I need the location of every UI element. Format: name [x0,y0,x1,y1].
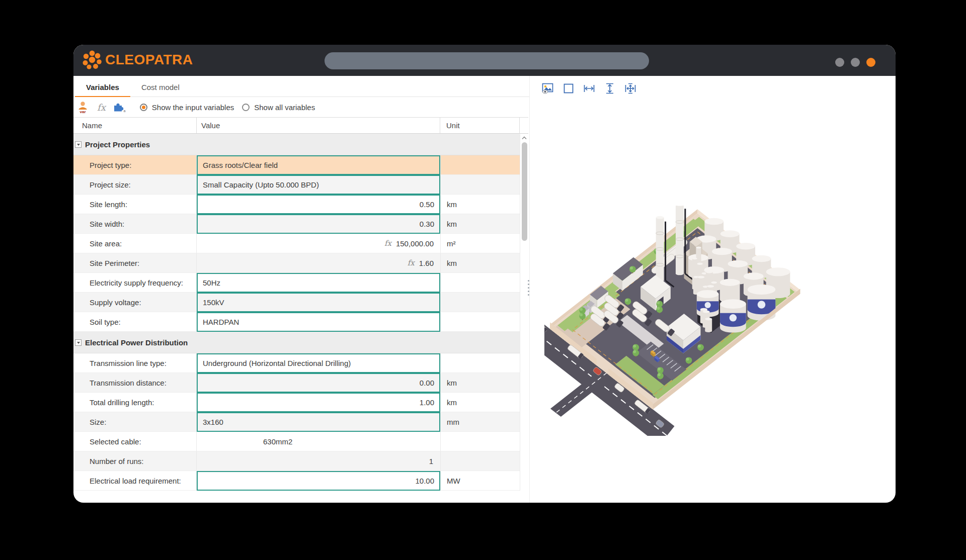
collapse-icon[interactable] [75,339,82,346]
formula-fx-icon[interactable]: fx [97,102,106,113]
value-input[interactable]: 50Hz [197,273,440,293]
table-row: Selected cable:630mm2 [73,432,520,451]
section-row: Electrical Power Distribution [73,332,520,353]
row-value-cell: Underground (Horizontal Directional Dril… [197,353,440,372]
unit-cell [440,432,520,451]
section-label: Electrical Power Distribution [85,338,188,347]
table-row: Site length:0.50km [73,195,520,214]
row-name: Electrical load requirement: [73,471,197,490]
panel-splitter[interactable] [528,280,529,296]
table-row: Site area:fx150,000.00m² [73,234,520,253]
computed-value: 150,000.00 [396,239,434,248]
row-value-cell: 3x160 [197,412,440,431]
value-input[interactable]: 10.00 [197,471,440,491]
table-row: Project type:Grass roots/Clear field [73,155,520,175]
row-name: Project size: [73,175,197,194]
value-input[interactable]: HARDPAN [197,312,440,332]
window-control-dot-1[interactable] [835,58,844,67]
svg-text:var: var [79,110,86,114]
row-name: Total drilling length: [73,393,197,412]
variables-table: Name Value Unit Project PropertiesProjec… [73,117,528,491]
unit-cell: MW [440,471,520,490]
unit-cell [440,353,520,372]
column-header-unit[interactable]: Unit [440,118,520,133]
row-name: Site length: [73,195,197,214]
row-value-cell: fx150,000.00 [197,234,440,253]
radio-show-input-variables[interactable]: Show the input variables [140,103,234,112]
plant-illustration [544,206,895,436]
row-value-cell: 0.00 [197,373,440,392]
row-name: Site area: [73,234,197,253]
table-row: Transmission line type:Underground (Hori… [73,353,520,373]
row-value-cell: 1.00 [197,393,440,412]
value-input[interactable]: Grass roots/Clear field [197,155,440,175]
row-value-cell: Small Capacity (Upto 50.000 BPD) [197,175,440,194]
scrollbar-thumb[interactable] [522,142,527,241]
table-row: Site width:0.30km [73,214,520,234]
unit-cell [440,312,520,331]
value-input[interactable]: 0.50 [197,195,440,214]
tab-cost-model[interactable]: Cost model [130,76,191,97]
address-bar[interactable] [325,52,649,69]
row-name: Electricity supply frequency: [73,273,197,292]
tab-bar: Variables Cost model [73,76,529,97]
fx-icon: fx [384,239,391,248]
row-name: Transmission distance: [73,373,197,392]
radio-label: Show all variables [254,103,315,112]
value-input[interactable]: Underground (Horizontal Directional Dril… [197,353,440,373]
unit-cell: km [440,373,520,392]
table-row: Supply voltage:150kV [73,293,520,312]
row-name: Transmission line type: [73,353,197,372]
window-controls [835,58,875,67]
table-row: Size:3x160mm [73,412,520,432]
table-scrollbar[interactable] [520,134,528,491]
plugin-puzzle-icon[interactable]: a [113,102,126,113]
table-header: Name Value Unit [73,118,528,134]
brand-name: CLEOPATRA [105,52,193,68]
value-input[interactable]: 150kV [197,293,440,312]
radio-show-all-variables[interactable]: Show all variables [242,103,315,112]
scroll-up-icon[interactable] [522,136,527,140]
variables-person-icon[interactable]: var [77,101,88,114]
radio-selected-icon [140,104,147,111]
preview-toolbar [541,82,637,95]
unit-cell [440,155,520,174]
row-name: Site width: [73,214,197,233]
fit-width-icon[interactable] [583,82,596,95]
image-preview-icon[interactable] [541,82,554,95]
row-name: Supply voltage: [73,293,197,312]
row-value-cell: HARDPAN [197,312,440,331]
svg-text:a: a [123,109,125,113]
row-name: Number of runs: [73,451,197,471]
unit-cell [440,273,520,292]
selection-box-icon[interactable] [562,82,575,95]
value-input[interactable]: 1.00 [197,393,440,412]
unit-cell: km [440,214,520,233]
unit-cell [440,293,520,312]
collapse-icon[interactable] [75,141,82,148]
fit-page-icon[interactable] [624,82,637,95]
value-input[interactable]: Small Capacity (Upto 50.000 BPD) [197,175,440,195]
unit-cell [440,451,520,471]
row-value-cell: Grass roots/Clear field [197,155,440,174]
row-value-cell: 630mm2 [197,432,440,451]
fit-height-icon[interactable] [603,82,616,95]
value-input[interactable]: 0.30 [197,214,440,234]
titlebar: CLEOPATRA [73,45,896,76]
table-row: Soil type:HARDPAN [73,312,520,332]
row-value-cell: 0.50 [197,195,440,214]
tab-variables[interactable]: Variables [75,76,130,97]
value-input[interactable]: 0.00 [197,373,440,393]
unit-cell: km [440,393,520,412]
window-control-dot-2[interactable] [851,58,860,67]
radio-unselected-icon [242,104,250,111]
column-header-name[interactable]: Name [73,118,197,133]
table-row: Electricity supply frequency:50Hz [73,273,520,293]
unit-cell: mm [440,412,520,431]
unit-cell [440,175,520,194]
column-header-value[interactable]: Value [197,118,440,133]
app-window: CLEOPATRA Variables Cost model var fx a [73,45,896,503]
row-name: Site Perimeter: [73,253,197,272]
window-control-dot-3[interactable] [866,58,875,67]
value-input[interactable]: 3x160 [197,412,440,432]
